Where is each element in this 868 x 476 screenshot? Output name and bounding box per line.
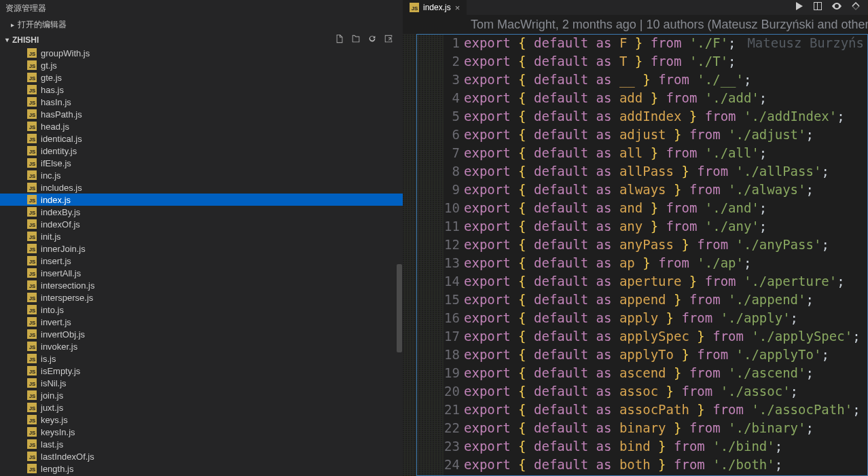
file-item[interactable]: JSinvert.js xyxy=(0,316,403,328)
file-item[interactable]: JShasIn.js xyxy=(0,96,403,108)
code-line[interactable]: export { default as apply } from './appl… xyxy=(464,309,868,327)
file-item[interactable]: JShead.js xyxy=(0,120,403,132)
minimap[interactable] xyxy=(403,34,444,476)
run-icon[interactable] xyxy=(793,1,804,14)
preview-icon[interactable] xyxy=(831,1,842,14)
code-line[interactable]: export { default as and } from './and'; xyxy=(464,199,868,217)
file-item[interactable]: JSlastIndexOf.js xyxy=(0,450,403,462)
file-item[interactable]: JSidentical.js xyxy=(0,132,403,145)
svg-text:JS: JS xyxy=(29,259,36,265)
split-editor-icon[interactable] xyxy=(812,1,823,14)
file-item[interactable]: JSjoin.js xyxy=(0,389,403,401)
file-item[interactable]: JSis.js xyxy=(0,352,403,365)
js-icon: JS xyxy=(27,329,37,339)
code-line[interactable]: export { default as aperture } from './a… xyxy=(464,272,868,291)
js-icon: JS xyxy=(27,146,37,155)
code-line[interactable]: export { default as assocPath } from './… xyxy=(464,401,868,419)
file-item[interactable]: JSjuxt.js xyxy=(0,401,403,414)
svg-text:JS: JS xyxy=(29,332,36,338)
file-label: juxt.js xyxy=(41,403,63,413)
js-icon: JS xyxy=(27,317,37,327)
file-label: innerJoin.js xyxy=(41,244,86,254)
file-item[interactable]: JSinvoker.js xyxy=(0,340,403,352)
folder-header[interactable]: ZHISHI xyxy=(0,33,403,47)
file-item[interactable]: JSinit.js xyxy=(0,230,403,242)
file-item[interactable]: JSinnerJoin.js xyxy=(0,242,403,255)
file-item[interactable]: JSisNil.js xyxy=(0,377,403,389)
file-item[interactable]: JSinto.js xyxy=(0,304,403,316)
code-line[interactable]: export { default as applyTo } from './ap… xyxy=(464,346,868,364)
svg-text:JS: JS xyxy=(29,295,36,301)
file-item[interactable]: JSifElse.js xyxy=(0,157,403,169)
file-label: includes.js xyxy=(41,183,82,193)
code-line[interactable]: export { default as bind } from './bind'… xyxy=(464,437,868,456)
file-item[interactable]: JSkeysIn.js xyxy=(0,426,403,438)
file-item[interactable]: JSlength.js xyxy=(0,462,403,475)
file-item[interactable]: JSidentity.js xyxy=(0,145,403,157)
code-line[interactable]: export { default as add } from './add'; xyxy=(464,89,868,107)
code-line[interactable]: export { default as always } from './alw… xyxy=(464,181,868,199)
code-line[interactable]: export { default as both } from './both'… xyxy=(464,456,868,474)
file-item[interactable]: JSindexOf.js xyxy=(0,218,403,230)
open-editors-section[interactable]: 打开的编辑器 xyxy=(0,17,403,33)
code-line[interactable]: export { default as ascend } from './asc… xyxy=(464,364,868,382)
svg-text:JS: JS xyxy=(29,185,36,191)
code-line[interactable]: export { default as binary } from './bin… xyxy=(464,419,868,437)
js-icon: JS xyxy=(27,378,37,388)
file-label: index.js xyxy=(41,195,71,205)
code-editor[interactable]: 123456789101112131415161718192021222324 … xyxy=(403,34,868,476)
file-label: hasPath.js xyxy=(41,109,82,120)
file-item[interactable]: JSisEmpty.js xyxy=(0,365,403,377)
file-label: indexOf.js xyxy=(41,219,80,230)
svg-text:JS: JS xyxy=(29,381,36,387)
file-item[interactable]: JSinsert.js xyxy=(0,255,403,267)
js-icon: JS xyxy=(27,439,37,449)
code-line[interactable]: export { default as append } from './app… xyxy=(464,291,868,309)
code-line[interactable]: export { default as applySpec } from './… xyxy=(464,327,868,346)
file-item[interactable]: JSinvertObj.js xyxy=(0,328,403,340)
code-line[interactable]: export { default as T } from './T'; xyxy=(464,52,868,71)
file-item[interactable]: JSincludes.js xyxy=(0,181,403,194)
collapse-icon[interactable] xyxy=(384,34,393,45)
file-item[interactable]: JSgt.js xyxy=(0,59,403,71)
file-item[interactable]: JSinsertAll.js xyxy=(0,267,403,279)
file-item[interactable]: JShasPath.js xyxy=(0,108,403,120)
code-line[interactable]: export { default as allPass } from './al… xyxy=(464,162,868,181)
file-label: head.js xyxy=(41,122,69,132)
code-line[interactable]: export { default as assoc } from './asso… xyxy=(464,382,868,401)
close-icon[interactable]: × xyxy=(455,3,460,13)
refresh-icon[interactable] xyxy=(367,34,377,45)
file-label: hasIn.js xyxy=(41,97,71,107)
svg-text:JS: JS xyxy=(29,149,36,155)
file-label: identity.js xyxy=(41,146,77,156)
file-item[interactable]: JShas.js xyxy=(0,84,403,96)
code-line[interactable]: export { default as addIndex } from './a… xyxy=(464,107,868,126)
new-folder-icon[interactable] xyxy=(351,34,361,45)
code-line[interactable]: export { default as ap } from './ap'; xyxy=(464,254,868,272)
sidebar-scrollbar[interactable] xyxy=(397,264,402,352)
svg-text:JS: JS xyxy=(29,136,36,143)
more-icon[interactable] xyxy=(850,1,861,14)
file-item[interactable]: JSinc.js xyxy=(0,169,403,181)
svg-text:JS: JS xyxy=(29,198,36,204)
file-item[interactable]: JSindexBy.js xyxy=(0,206,403,218)
file-item[interactable]: JSgroupWith.js xyxy=(0,47,403,59)
file-item[interactable]: JSintersperse.js xyxy=(0,291,403,304)
file-label: last.js xyxy=(41,439,63,450)
code-line[interactable]: export { default as all } from './all'; xyxy=(464,144,868,162)
file-item[interactable]: JSintersection.js xyxy=(0,279,403,291)
file-item[interactable]: JSkeys.js xyxy=(0,414,403,426)
folder-name: ZHISHI xyxy=(12,35,39,45)
file-list[interactable]: JSgroupWith.jsJSgt.jsJSgte.jsJShas.jsJSh… xyxy=(0,47,403,476)
file-item[interactable]: JSindex.js xyxy=(0,194,403,206)
svg-text:JS: JS xyxy=(29,405,36,411)
new-file-icon[interactable] xyxy=(335,34,344,45)
code-line[interactable]: export { default as anyPass } from './an… xyxy=(464,236,868,254)
code-content[interactable]: export { default as F } from './F';expor… xyxy=(464,34,868,476)
file-item[interactable]: JSgte.js xyxy=(0,71,403,84)
tab-index-js[interactable]: JS index.js × xyxy=(403,0,467,15)
code-line[interactable]: export { default as adjust } from './adj… xyxy=(464,126,868,144)
code-line[interactable]: export { default as __ } from './__'; xyxy=(464,71,868,89)
code-line[interactable]: export { default as any } from './any'; xyxy=(464,217,868,236)
file-item[interactable]: JSlast.js xyxy=(0,438,403,450)
